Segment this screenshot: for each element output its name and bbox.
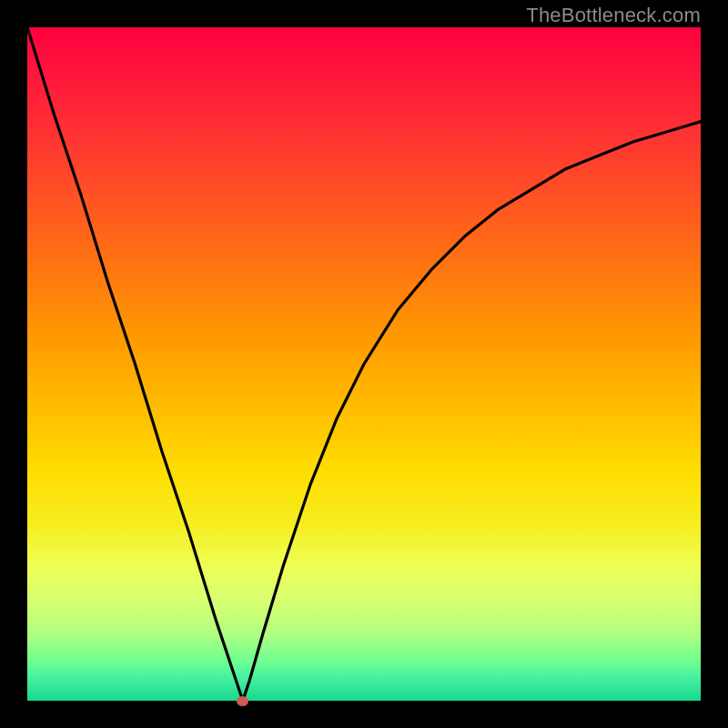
curve-svg (27, 27, 701, 701)
chart-frame: TheBottleneck.com (0, 0, 728, 728)
min-point-marker (237, 696, 248, 706)
watermark-text: TheBottleneck.com (526, 4, 701, 27)
plot-area (27, 27, 701, 701)
bottleneck-curve (27, 27, 701, 701)
